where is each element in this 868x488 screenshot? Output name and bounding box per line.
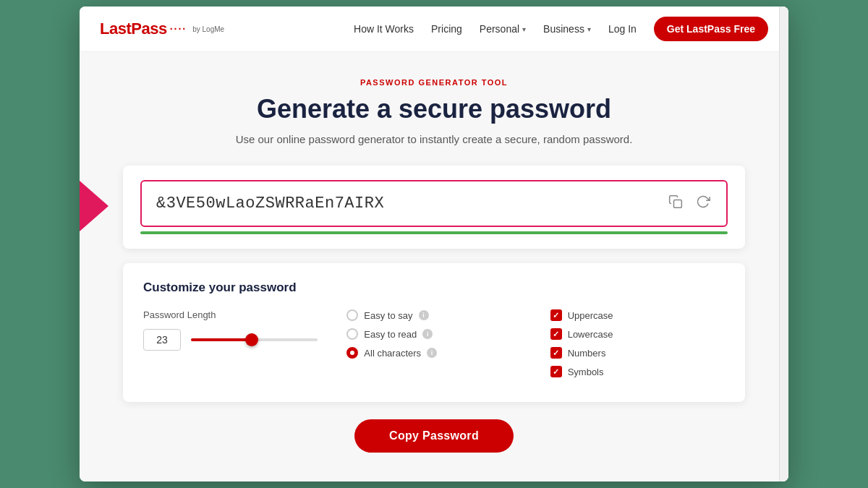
logo-dots: ···· — [170, 23, 187, 35]
checkbox-section: ✓ Uppercase ✓ Lowercase ✓ N — [550, 309, 725, 385]
copy-password-button[interactable]: Copy Password — [354, 419, 514, 453]
radio-all-chars-label: All characters — [364, 348, 421, 359]
radio-easy-say-label: Easy to say — [364, 310, 412, 321]
all-chars-info-icon[interactable]: i — [427, 348, 437, 358]
nav-how-it-works[interactable]: How It Works — [354, 23, 414, 35]
customize-title: Customize your password — [143, 281, 725, 295]
checkbox-uppercase[interactable]: ✓ Uppercase — [550, 309, 725, 321]
logo-by-text: by LogMe — [192, 25, 224, 33]
main-content: PASSWORD GENERATOR TOOL Generate a secur… — [80, 52, 788, 481]
slider-track — [191, 338, 318, 341]
chevron-down-icon: ▾ — [522, 25, 526, 33]
checkbox-numbers-label: Numbers — [568, 348, 606, 359]
get-lastpass-free-button[interactable]: Get LastPass Free — [654, 17, 768, 41]
radio-easy-read-label: Easy to read — [364, 329, 417, 340]
tool-label: PASSWORD GENERATOR TOOL — [123, 78, 745, 87]
svg-rect-1 — [674, 200, 682, 208]
checkbox-lowercase-label: Lowercase — [568, 329, 613, 340]
svg-marker-0 — [80, 181, 109, 231]
arrow-container — [80, 181, 109, 234]
nav-personal[interactable]: Personal ▾ — [480, 23, 526, 35]
checkbox-numbers-box: ✓ — [550, 347, 562, 359]
navbar: LastPass ···· by LogMe How It Works Pric… — [80, 7, 788, 52]
checkbox-lowercase-box: ✓ — [550, 328, 562, 340]
easy-read-info-icon[interactable]: i — [422, 329, 433, 339]
refresh-icon — [696, 194, 710, 209]
nav-links: How It Works Pricing Personal ▾ Business… — [354, 17, 768, 41]
page-subtitle: Use our online password generator to ins… — [123, 133, 745, 145]
radio-circle-all-chars — [346, 347, 358, 359]
chevron-down-icon: ▾ — [587, 25, 591, 33]
copy-button-wrapper: Copy Password — [123, 419, 745, 453]
refresh-icon-button[interactable] — [694, 193, 712, 214]
radio-all-characters[interactable]: All characters i — [346, 347, 521, 359]
browser-window: LastPass ···· by LogMe How It Works Pric… — [80, 7, 788, 481]
strength-bar — [140, 231, 728, 234]
slider-thumb[interactable] — [245, 333, 258, 346]
page-title: Generate a secure password — [123, 94, 745, 124]
nav-business[interactable]: Business ▾ — [543, 23, 591, 35]
logo-text: LastPass — [100, 20, 167, 38]
password-display-box: &3VE50wLaoZSWRRaEn7AIRX — [140, 180, 728, 227]
slider-fill — [191, 338, 252, 341]
password-action-icons — [667, 193, 712, 214]
customize-card: Customize your password Password Length — [123, 263, 745, 402]
character-type-section: Easy to say i Easy to read i All charact… — [346, 309, 521, 366]
checkbox-numbers[interactable]: ✓ Numbers — [550, 347, 725, 359]
checkbox-uppercase-box: ✓ — [550, 309, 562, 321]
arrow-right-icon — [80, 181, 109, 231]
checkbox-symbols[interactable]: ✓ Symbols — [550, 366, 725, 377]
radio-circle-easy-say — [346, 309, 358, 321]
nav-pricing[interactable]: Pricing — [431, 23, 462, 35]
checkmark-icon: ✓ — [553, 367, 559, 377]
checkbox-uppercase-label: Uppercase — [568, 310, 613, 321]
radio-easy-to-say[interactable]: Easy to say i — [346, 309, 521, 321]
password-area-wrapper: &3VE50wLaoZSWRRaEn7AIRX — [123, 166, 745, 249]
checkmark-icon: ✓ — [553, 311, 559, 320]
copy-icon-button[interactable] — [667, 193, 684, 214]
radio-circle-easy-read — [346, 328, 358, 340]
checkbox-symbols-label: Symbols — [568, 367, 604, 377]
radio-easy-to-read[interactable]: Easy to read i — [346, 328, 521, 340]
nav-login[interactable]: Log In — [608, 23, 637, 35]
password-card: &3VE50wLaoZSWRRaEn7AIRX — [123, 166, 745, 249]
slider-container[interactable] — [191, 333, 318, 347]
checkmark-icon: ✓ — [553, 330, 559, 339]
logo: LastPass ···· by LogMe — [100, 20, 224, 38]
checkbox-lowercase[interactable]: ✓ Lowercase — [550, 328, 725, 340]
easy-say-info-icon[interactable]: i — [419, 310, 429, 320]
customize-grid: Password Length — [143, 309, 725, 385]
length-label: Password Length — [143, 309, 318, 320]
password-value: &3VE50wLaoZSWRRaEn7AIRX — [156, 194, 384, 213]
checkmark-icon: ✓ — [553, 348, 559, 358]
checkbox-symbols-box: ✓ — [550, 366, 562, 377]
length-input[interactable] — [143, 329, 181, 351]
length-section: Password Length — [143, 309, 318, 351]
length-row — [143, 329, 318, 351]
copy-icon — [668, 194, 683, 209]
